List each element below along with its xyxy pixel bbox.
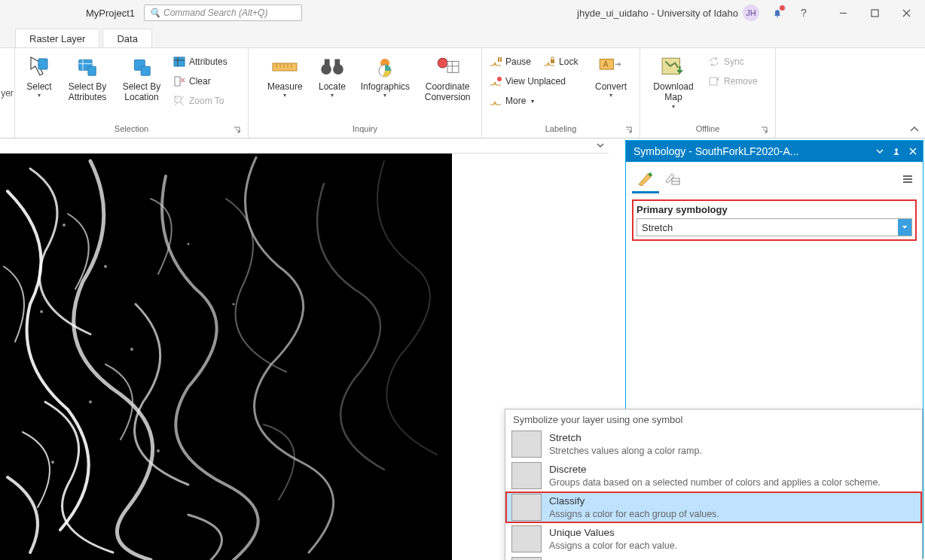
svg-rect-41	[710, 78, 717, 85]
select-by-attributes-icon	[75, 54, 100, 80]
zoom-to-button[interactable]: Zoom To	[170, 92, 230, 110]
select-icon	[26, 54, 52, 80]
attributes-button[interactable]: Attributes	[170, 53, 230, 71]
sync-icon	[708, 56, 720, 68]
view-unplaced-button[interactable]: View Unplaced	[487, 72, 585, 90]
ribbon-group-inquiry: Measure▾ Locate▾ Infographics▾ Coordinat…	[249, 48, 482, 138]
svg-point-51	[157, 449, 160, 452]
svg-text:A: A	[603, 60, 609, 68]
pane-title: Symbology - SouthForkLF2020-A...	[633, 145, 870, 157]
table-icon	[173, 56, 185, 68]
sync-button[interactable]: Sync	[705, 53, 761, 71]
pause-icon	[490, 56, 502, 68]
maximize-button[interactable]	[859, 2, 890, 23]
svg-point-45	[40, 310, 43, 313]
map-view[interactable]	[0, 154, 452, 560]
raster-layer-render	[0, 154, 452, 560]
labeling-group-launcher[interactable]	[623, 124, 633, 135]
clear-button[interactable]: Clear	[170, 72, 230, 90]
download-map-icon	[661, 54, 686, 80]
svg-rect-10	[141, 66, 150, 75]
collapse-ribbon-button[interactable]	[904, 48, 925, 138]
ribbon-leftstub: yer	[0, 48, 15, 138]
pane-pin-button[interactable]	[890, 145, 903, 158]
select-by-location-button[interactable]: Select By Location	[116, 51, 167, 103]
primary-symbology-highlight: Primary symbology Stretch	[632, 199, 917, 241]
measure-button[interactable]: Measure▾	[261, 51, 309, 99]
tab-raster-layer[interactable]: Raster Layer	[15, 29, 99, 47]
symbology-dropdown-popup: Symbolize your layer using one symbol St…	[505, 409, 923, 560]
unique-thumb-icon	[511, 525, 542, 552]
notifications-icon[interactable]	[770, 5, 785, 20]
svg-rect-1	[872, 10, 878, 17]
coordinate-conversion-button[interactable]: Coordinate Conversion	[418, 51, 477, 103]
command-search-input[interactable]: 🔍 Command Search (Alt+Q)	[144, 5, 302, 21]
classify-thumb-icon	[511, 494, 542, 521]
ribbon-group-offline: Download Map▾ Sync Remove Offline	[640, 48, 776, 138]
remove-icon	[708, 75, 720, 87]
map-view-options-button[interactable]	[597, 141, 604, 151]
symbology-option-discrete[interactable]: DiscreteGroups data based on a selected …	[505, 460, 922, 492]
convert-icon: A	[598, 54, 624, 80]
ribbon-group-selection: Select▾ Select By Attributes Select By L…	[15, 48, 249, 138]
chevron-down-icon	[898, 219, 911, 236]
primary-symbology-label: Primary symbology	[637, 204, 912, 215]
svg-point-53	[233, 303, 235, 306]
symbology-option-classify[interactable]: ClassifyAssigns a color for each group o…	[505, 492, 922, 523]
user-avatar[interactable]: JH	[743, 5, 759, 21]
selection-group-launcher[interactable]	[231, 124, 242, 135]
pane-tab-strip	[626, 162, 923, 195]
pane-tab-advanced[interactable]	[659, 168, 686, 193]
minimize-button[interactable]	[827, 2, 859, 23]
svg-rect-31	[447, 62, 459, 73]
stretch-thumb-icon	[511, 431, 542, 458]
content-area: Symbology - SouthForkLF2020-A... Primary…	[0, 138, 925, 560]
zoom-to-icon	[173, 95, 185, 107]
symbology-option-stretch[interactable]: StretchStretches values along a color ra…	[505, 428, 922, 460]
select-by-location-icon	[129, 54, 154, 80]
offline-group-launcher[interactable]	[759, 124, 769, 135]
user-label: jhyde_ui_uidaho - University of Idaho	[577, 8, 738, 19]
contextual-tab-bar: Raster Layer Data	[0, 26, 925, 48]
convert-labels-button[interactable]: A Convert▾	[588, 51, 634, 99]
infographics-button[interactable]: Infographics▾	[356, 51, 416, 99]
symbology-option-shaded-relief[interactable]: Shaded ReliefCreates a 3D representation…	[505, 555, 922, 560]
svg-rect-26	[325, 59, 330, 66]
pane-header: Symbology - SouthForkLF2020-A...	[626, 141, 923, 162]
symbology-option-unique[interactable]: Unique ValuesAssigns a color for each va…	[505, 523, 922, 555]
remove-button[interactable]: Remove	[705, 72, 761, 90]
svg-rect-36	[551, 59, 554, 63]
tab-data[interactable]: Data	[102, 29, 151, 47]
download-map-button[interactable]: Download Map▾	[645, 51, 702, 110]
popup-header: Symbolize your layer using one symbol	[505, 409, 922, 428]
project-name: MyProject1	[86, 8, 135, 19]
svg-point-52	[188, 243, 190, 245]
primary-symbology-dropdown[interactable]: Stretch	[637, 218, 912, 236]
pause-labels-button[interactable]: Pause	[487, 53, 534, 71]
svg-rect-8	[88, 66, 96, 75]
more-icon	[490, 95, 502, 107]
svg-point-47	[104, 265, 107, 268]
svg-point-49	[89, 400, 92, 403]
binoculars-icon	[319, 54, 345, 80]
svg-rect-34	[498, 57, 499, 62]
view-unplaced-icon	[490, 75, 502, 87]
help-icon[interactable]: ?	[795, 5, 812, 21]
discrete-thumb-icon	[511, 462, 542, 489]
lock-labels-button[interactable]: Lock	[540, 53, 581, 71]
shaded-relief-thumb-icon	[511, 557, 542, 560]
svg-point-48	[130, 348, 133, 351]
map-toolbar-strip	[0, 138, 609, 154]
svg-rect-27	[334, 59, 340, 66]
select-button[interactable]: Select▾	[20, 51, 59, 99]
pane-menu-button[interactable]	[899, 170, 917, 190]
pane-tab-primary[interactable]	[632, 168, 659, 193]
svg-rect-4	[38, 59, 47, 69]
locate-button[interactable]: Locate▾	[312, 51, 352, 99]
svg-point-30	[438, 58, 447, 68]
pane-options-button[interactable]	[873, 145, 887, 158]
select-by-attributes-button[interactable]: Select By Attributes	[62, 51, 113, 103]
more-labeling-button[interactable]: More ▾	[487, 92, 585, 110]
pane-close-button[interactable]	[906, 145, 920, 158]
close-button[interactable]	[890, 2, 922, 23]
